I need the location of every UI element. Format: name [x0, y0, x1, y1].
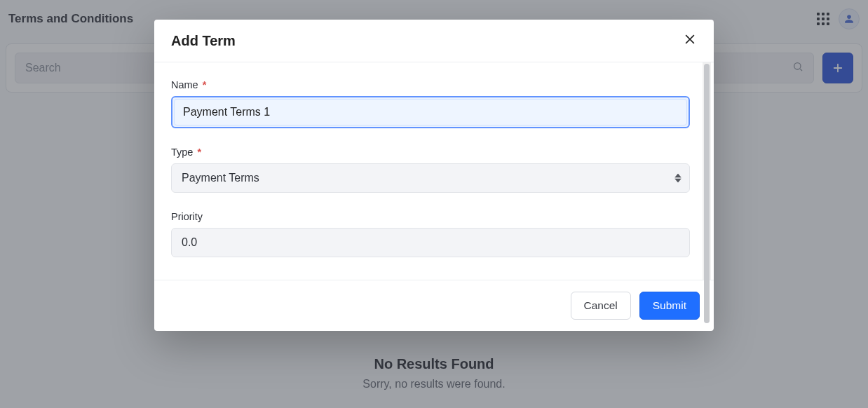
required-mark: * — [203, 79, 207, 90]
modal-title: Add Term — [171, 33, 236, 49]
type-select[interactable]: Payment Terms — [171, 163, 690, 193]
field-name: Name * — [171, 79, 690, 128]
chevron-sort-icon — [674, 174, 681, 183]
name-label-text: Name — [171, 79, 198, 90]
type-label-text: Type — [171, 147, 193, 158]
field-type: Type * Payment Terms — [171, 147, 690, 193]
modal-body: Name * Type * Payment Terms — [154, 62, 714, 280]
submit-button[interactable]: Submit — [639, 292, 700, 320]
close-icon — [683, 32, 697, 46]
cancel-label: Cancel — [584, 299, 618, 312]
close-button[interactable] — [683, 32, 697, 49]
required-mark: * — [197, 147, 201, 158]
name-input[interactable] — [183, 106, 678, 118]
add-term-modal: Add Term Name * Type * Pay — [154, 20, 714, 331]
submit-label: Submit — [653, 299, 686, 312]
priority-label: Priority — [171, 211, 690, 222]
modal-header: Add Term — [154, 20, 714, 62]
type-label: Type * — [171, 147, 690, 158]
cancel-button[interactable]: Cancel — [571, 292, 631, 320]
priority-value: 0.0 — [182, 236, 197, 249]
modal-footer: Cancel Submit — [154, 280, 714, 331]
scrollbar[interactable] — [703, 62, 711, 280]
type-select-value: Payment Terms — [171, 163, 690, 193]
name-label: Name * — [171, 79, 690, 90]
field-priority: Priority 0.0 — [171, 211, 690, 257]
priority-input[interactable]: 0.0 — [171, 228, 690, 257]
name-input-focus-ring — [171, 96, 690, 128]
